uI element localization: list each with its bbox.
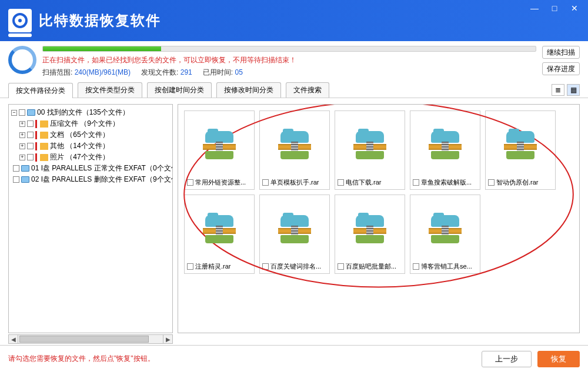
archive-icon: [203, 215, 236, 243]
checkbox[interactable]: [413, 179, 419, 186]
scan-progress: [42, 46, 536, 52]
file-item[interactable]: 智动伪原创.rar: [485, 110, 556, 190]
file-name: 百度关键词排名...: [270, 262, 327, 271]
spinner-icon: [8, 46, 36, 74]
continue-scan-button[interactable]: 继续扫描: [542, 46, 580, 59]
tree-node-normal[interactable]: 01 I盘 PARALLELS 正常文件 EXFAT（0个文件）: [11, 163, 170, 174]
tree-label: 01 I盘 PARALLELS 正常文件 EXFAT（0个文件）: [31, 163, 173, 173]
tree-node-docs[interactable]: + 文档 （65个文件）: [11, 129, 170, 140]
expand-icon[interactable]: +: [19, 121, 25, 127]
checkbox[interactable]: [262, 263, 269, 270]
tree-label: 照片 （47个文件）: [50, 152, 109, 162]
checkbox[interactable]: [187, 263, 193, 270]
footer-hint: 请勾选您需要恢复的文件，然后点"恢复"按钮。: [8, 354, 476, 364]
save-progress-button[interactable]: 保存进度: [542, 62, 580, 75]
progress-fill: [43, 46, 161, 51]
archive-icon: [203, 131, 236, 159]
checkbox[interactable]: [13, 165, 19, 172]
scroll-thumb[interactable]: [19, 336, 149, 343]
checkbox[interactable]: [262, 179, 269, 186]
tab-by-path[interactable]: 按文件路径分类: [8, 83, 73, 98]
marker-icon: [35, 142, 37, 150]
file-name: 百度贴吧批量邮...: [346, 262, 402, 271]
range-value: 240(MB)/961(MB): [75, 68, 131, 76]
file-name: 博客营销工具se...: [421, 262, 477, 271]
titlebar: 比特数据恢复软件 — □ ✕: [0, 0, 588, 41]
tree-panel[interactable]: − 00 找到的文件（135个文件） + 压缩文件 （9个文件） + 文档 （6…: [8, 104, 173, 333]
tree-node-found[interactable]: − 00 找到的文件（135个文件）: [11, 107, 170, 118]
checkbox[interactable]: [27, 120, 34, 127]
scan-hint: 正在扫描文件，如果已经找到您丢失的文件，可以立即恢复，不用等待扫描结束！: [42, 55, 536, 65]
marker-icon: [35, 153, 37, 162]
tab-search[interactable]: 文件搜索: [286, 82, 329, 98]
minimize-button[interactable]: —: [526, 2, 543, 14]
marker-icon: [35, 131, 37, 139]
folder-icon: [40, 154, 48, 161]
file-name: 章鱼搜索破解版...: [421, 178, 477, 187]
scroll-left-icon[interactable]: ◀: [9, 335, 18, 343]
file-item[interactable]: 常用外链资源整...: [184, 110, 255, 190]
disk-icon: [21, 176, 29, 183]
checkbox[interactable]: [19, 109, 25, 116]
elapsed-label: 已用时间:: [203, 68, 233, 76]
checkbox[interactable]: [413, 263, 419, 270]
tree-node-photos[interactable]: + 照片 （47个文件）: [11, 152, 170, 163]
folder-icon: [40, 120, 48, 128]
file-name: 注册精灵.rar: [195, 262, 252, 271]
file-name: 常用外链资源整...: [195, 178, 252, 187]
tab-by-ctime[interactable]: 按创建时间分类: [147, 82, 212, 98]
found-value: 291: [181, 68, 192, 76]
tree-label: 00 找到的文件（135个文件）: [37, 108, 129, 118]
file-item[interactable]: 注册精灵.rar: [184, 195, 255, 274]
checkbox[interactable]: [338, 179, 344, 186]
collapse-icon[interactable]: −: [11, 110, 17, 116]
checkbox[interactable]: [13, 176, 19, 183]
file-grid: 常用外链资源整... 单页模板扒手.rar 电信下载.rar 章鱼搜索破解版..…: [184, 110, 573, 274]
archive-icon: [429, 131, 462, 159]
found-label: 发现文件数:: [141, 68, 178, 76]
checkbox[interactable]: [187, 179, 193, 186]
tab-by-mtime[interactable]: 按修改时间分类: [216, 82, 281, 98]
app-logo: [8, 9, 32, 32]
file-item[interactable]: 单页模板扒手.rar: [259, 110, 330, 190]
view-toggle: ≣ ▦: [552, 84, 580, 96]
checkbox[interactable]: [27, 154, 34, 160]
expand-icon[interactable]: +: [19, 132, 25, 138]
main-area: − 00 找到的文件（135个文件） + 压缩文件 （9个文件） + 文档 （6…: [0, 98, 588, 333]
checkbox[interactable]: [27, 132, 34, 138]
checkbox[interactable]: [338, 263, 344, 270]
tree-label: 02 I盘 PARALLELS 删除文件 EXFAT（9个文件）: [31, 175, 173, 185]
archive-icon: [353, 131, 386, 159]
file-item[interactable]: 章鱼搜索破解版...: [410, 110, 480, 190]
tree-label: 文档 （65个文件）: [50, 130, 109, 140]
prev-step-button[interactable]: 上一步: [482, 351, 532, 367]
disk-icon: [21, 165, 29, 172]
checkbox[interactable]: [488, 179, 495, 186]
file-grid-panel: 常用外链资源整... 单页模板扒手.rar 电信下载.rar 章鱼搜索破解版..…: [178, 104, 580, 333]
list-view-button[interactable]: ≣: [552, 84, 564, 96]
checkbox[interactable]: [27, 143, 34, 149]
scroll-right-icon[interactable]: ▶: [163, 335, 172, 343]
tree-node-archive[interactable]: + 压缩文件 （9个文件）: [11, 118, 170, 129]
tab-by-type[interactable]: 按文件类型分类: [78, 82, 142, 98]
expand-icon[interactable]: +: [19, 143, 25, 149]
expand-icon[interactable]: +: [19, 155, 25, 160]
maximize-button[interactable]: □: [546, 2, 563, 14]
file-item[interactable]: 百度关键词排名...: [259, 195, 330, 274]
elapsed-value: 05: [235, 68, 242, 76]
close-button[interactable]: ✕: [566, 2, 583, 14]
file-name: 智动伪原创.rar: [496, 178, 553, 187]
archive-icon: [353, 215, 386, 243]
tree-node-other[interactable]: + 其他 （14个文件）: [11, 140, 170, 152]
file-item[interactable]: 电信下载.rar: [335, 110, 405, 190]
grid-view-button[interactable]: ▦: [567, 84, 580, 96]
file-item[interactable]: 百度贴吧批量邮...: [335, 195, 405, 274]
archive-icon: [504, 131, 537, 159]
tree-label: 其他 （14个文件）: [50, 141, 109, 151]
file-item[interactable]: 博客营销工具se...: [410, 195, 480, 274]
tree-hscrollbar[interactable]: ◀ ▶: [8, 334, 173, 344]
tabs-row: 按文件路径分类 按文件类型分类 按创建时间分类 按修改时间分类 文件搜索 ≣ ▦: [0, 79, 588, 98]
recover-button[interactable]: 恢复: [537, 351, 580, 367]
tree-node-deleted[interactable]: 02 I盘 PARALLELS 删除文件 EXFAT（9个文件）: [11, 174, 170, 185]
app-title: 比特数据恢复软件: [39, 11, 161, 30]
